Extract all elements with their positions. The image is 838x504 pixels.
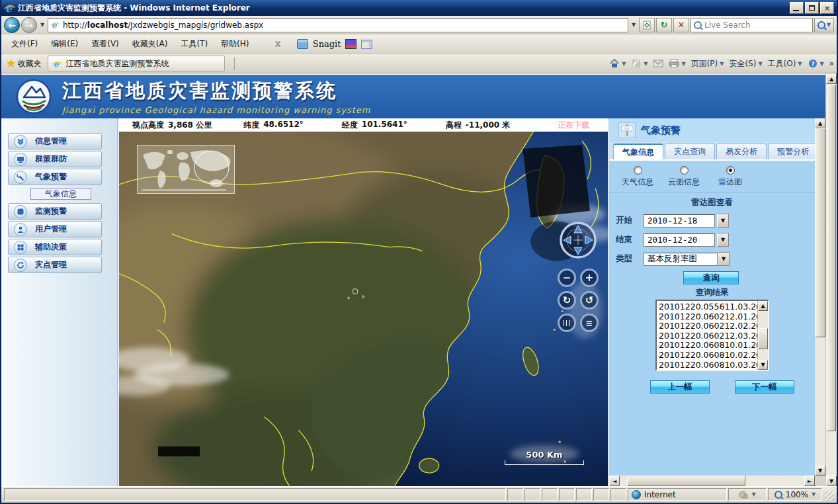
panel-vertical-scrollbar[interactable]: ▲ ▼ bbox=[815, 118, 825, 476]
back-button[interactable]: ← bbox=[4, 17, 20, 33]
zoom-out-button[interactable]: − bbox=[558, 269, 576, 287]
scroll-right-icon[interactable]: ► bbox=[804, 476, 815, 486]
minimize-button[interactable] bbox=[790, 2, 804, 14]
snagit-capture-icon[interactable] bbox=[345, 39, 356, 49]
tab-weather-info[interactable]: 气象信息 bbox=[613, 144, 663, 159]
sidebar-item-info-mgmt[interactable]: 信息管理 bbox=[8, 133, 102, 149]
scroll-up-icon[interactable]: ▲ bbox=[815, 118, 825, 128]
sidebar-item-weather-warning[interactable]: 气象预警 bbox=[8, 169, 102, 185]
scroll-left-icon[interactable]: ◄ bbox=[609, 476, 620, 486]
sidebar-item-hazard-point-mgmt[interactable]: 灾点管理 bbox=[8, 257, 102, 273]
search-go-button[interactable]: ▼ bbox=[814, 18, 834, 32]
protected-mode-cell[interactable]: ▼ bbox=[728, 488, 767, 501]
list-item[interactable]: 20101220.060810.03.20. bbox=[657, 360, 757, 370]
read-mail-button[interactable] bbox=[653, 59, 663, 68]
menu-view[interactable]: 查看(V) bbox=[85, 36, 125, 52]
snagit-label[interactable]: Snagit bbox=[313, 39, 341, 49]
scroll-thumb[interactable] bbox=[815, 128, 825, 337]
menu-help[interactable]: 帮助(H) bbox=[215, 36, 255, 52]
globe-view[interactable]: − + ↻ ↺ ||| ≡ 500 Km bbox=[119, 132, 608, 486]
print-button[interactable]: ▼ bbox=[669, 59, 685, 68]
list-item[interactable]: 20101220.060212.02.20. bbox=[657, 321, 757, 331]
home-button[interactable]: ▼ bbox=[609, 59, 626, 68]
search-icon bbox=[817, 21, 825, 29]
rotate-ccw-button[interactable]: ↺ bbox=[580, 291, 599, 310]
sidebar-item-group-defense[interactable]: 群策群防 bbox=[8, 151, 102, 167]
close-button[interactable]: × bbox=[820, 2, 834, 14]
list-item[interactable]: 20101220.060212.01.20. bbox=[657, 312, 757, 321]
search-input[interactable] bbox=[704, 21, 810, 30]
menu-favorites[interactable]: 收藏夹(A) bbox=[126, 36, 174, 52]
overview-inset-map[interactable] bbox=[137, 145, 235, 194]
live-search-box[interactable] bbox=[691, 18, 813, 32]
help-menu[interactable]: ?▼ bbox=[808, 59, 824, 68]
scroll-down-icon[interactable]: ▼ bbox=[758, 360, 768, 370]
page-vertical-scrollbar[interactable]: ▲ ▼ bbox=[825, 73, 837, 486]
list-item[interactable]: 20101220.060810.01.20. bbox=[657, 340, 757, 350]
scroll-down-icon[interactable]: ▼ bbox=[815, 466, 825, 476]
list-scrollbar[interactable]: ▲ ▼ bbox=[757, 301, 768, 370]
menu-edit[interactable]: 编辑(E) bbox=[45, 36, 84, 52]
radio-radar-image[interactable] bbox=[726, 166, 735, 175]
url-field[interactable]: e http://localhost/Jxdzwebgis_mapgis/gri… bbox=[48, 18, 628, 32]
scroll-up-icon[interactable]: ▲ bbox=[826, 73, 837, 84]
scroll-thumb[interactable] bbox=[627, 476, 745, 486]
type-dropdown[interactable]: ▼ bbox=[718, 252, 730, 266]
snagit-profile-icon[interactable] bbox=[361, 40, 372, 49]
tilt-up-button[interactable]: ||| bbox=[558, 314, 576, 332]
pan-compass-control[interactable] bbox=[559, 221, 597, 259]
scroll-up-icon[interactable]: ▲ bbox=[758, 301, 768, 311]
zoom-level-cell[interactable]: 100% ▼ bbox=[768, 488, 822, 501]
list-item[interactable]: 20101220.055611.03.20. bbox=[657, 302, 757, 312]
scroll-thumb[interactable] bbox=[827, 85, 836, 431]
results-listbox[interactable]: 20101220.055611.03.20. 20101220.060212.0… bbox=[655, 300, 769, 371]
resize-grip[interactable] bbox=[825, 491, 834, 501]
menu-file[interactable]: 文件(F) bbox=[5, 36, 44, 52]
menu-tools[interactable]: 工具(T) bbox=[175, 36, 214, 52]
query-button[interactable]: 查询 bbox=[683, 271, 739, 284]
forward-button[interactable]: → bbox=[21, 17, 37, 33]
page-menu[interactable]: 页面(P)▼ bbox=[691, 58, 724, 69]
radio-weather-info[interactable] bbox=[634, 166, 642, 175]
sidebar-item-user-mgmt[interactable]: 用户管理 bbox=[8, 221, 102, 237]
statusbar-message-cell bbox=[4, 488, 506, 501]
sidebar-subitem-weather-info[interactable]: 气象信息 bbox=[30, 188, 91, 200]
history-dropdown[interactable]: ▼ bbox=[38, 19, 46, 32]
snagit-icon[interactable] bbox=[297, 39, 308, 49]
map-status-bar: 视点高度3,868 公里 纬度48.6512° 经度101.5641° 高程-1… bbox=[119, 118, 608, 132]
rotate-cw-button[interactable]: ↻ bbox=[558, 291, 576, 310]
sidebar-item-decision-support[interactable]: 辅助决策 bbox=[8, 239, 102, 255]
tab-susceptibility-analysis[interactable]: 易发分析 bbox=[716, 144, 767, 159]
sidebar-item-monitor-warning[interactable]: 监测预警 bbox=[8, 203, 102, 220]
previous-frame-button[interactable]: 上一幅 bbox=[650, 380, 710, 394]
start-date-input[interactable]: 2010-12-18 bbox=[644, 214, 715, 228]
safety-menu[interactable]: 安全(S)▼ bbox=[729, 58, 762, 69]
list-item[interactable]: 20101220.060212.03.20. bbox=[657, 331, 757, 341]
tilt-down-button[interactable]: ≡ bbox=[580, 314, 599, 332]
scroll-down-icon[interactable]: ▼ bbox=[826, 476, 837, 486]
type-select[interactable]: 基本反射率图 bbox=[644, 253, 718, 266]
maximize-button[interactable] bbox=[805, 2, 819, 14]
next-frame-button[interactable]: 下一幅 bbox=[735, 380, 794, 394]
feeds-button[interactable]: ▼ bbox=[631, 59, 648, 68]
tools-menu[interactable]: 工具(O)▼ bbox=[768, 58, 802, 69]
tab-hazard-query[interactable]: 灾点查询 bbox=[665, 144, 715, 159]
end-date-dropdown[interactable]: ▼ bbox=[717, 233, 729, 247]
toolbar-close-icon[interactable]: X bbox=[274, 40, 280, 49]
scroll-thumb[interactable] bbox=[758, 328, 768, 349]
radio-cloud-image[interactable] bbox=[680, 166, 689, 175]
favorites-label[interactable]: 收藏夹 bbox=[17, 58, 41, 69]
browser-tab[interactable]: e 江西省地质灾害监测预警系统 bbox=[48, 56, 225, 71]
end-date-input[interactable]: 2010-12-20 bbox=[644, 233, 715, 247]
start-date-dropdown[interactable]: ▼ bbox=[717, 214, 729, 228]
panel-horizontal-scrollbar[interactable]: ◄ ► bbox=[609, 476, 815, 486]
list-item[interactable]: 20101220.060810.02.20. bbox=[657, 350, 757, 360]
refresh-button[interactable]: ↻ bbox=[656, 18, 672, 32]
compatibility-view-button[interactable] bbox=[639, 18, 655, 32]
tab-warning-analysis[interactable]: 预警分析 bbox=[768, 144, 815, 159]
zoom-in-button[interactable]: + bbox=[580, 269, 599, 287]
favorites-star-icon[interactable]: ★ bbox=[7, 58, 15, 69]
stop-button[interactable]: ✕ bbox=[673, 18, 689, 32]
url-dropdown[interactable]: ▼ bbox=[630, 19, 638, 32]
overflow-chevron[interactable]: » bbox=[829, 59, 834, 68]
